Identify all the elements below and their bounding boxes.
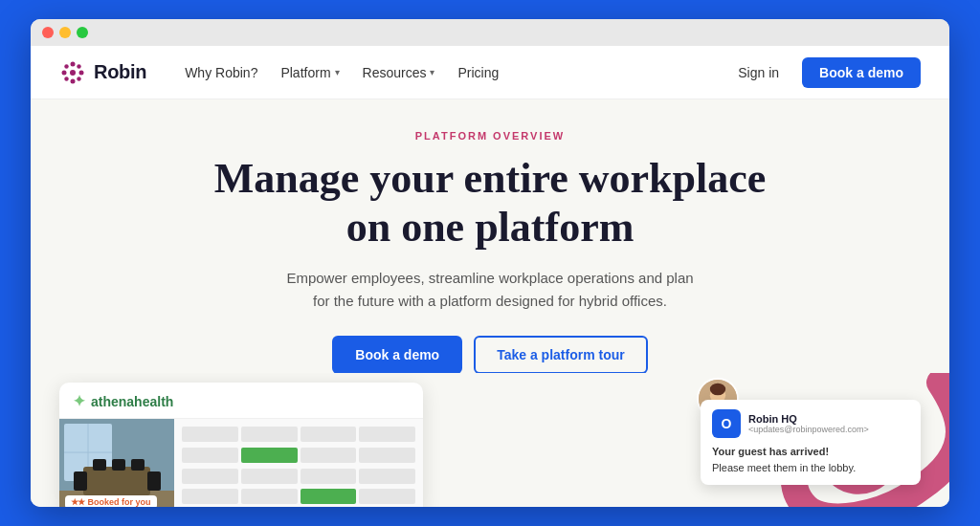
fp-cell xyxy=(241,469,298,484)
hero-buttons: Book a demo Take a platform tour xyxy=(332,336,647,373)
hero-subtitle: Empower employees, streamline workplace … xyxy=(279,267,701,313)
logo-text: Robin xyxy=(94,61,146,83)
robin-logo-icon xyxy=(59,59,86,86)
hero-title: Manage your entire workplace on one plat… xyxy=(212,155,768,252)
close-dot[interactable] xyxy=(42,27,54,38)
athena-logo-text: athenahealth xyxy=(91,394,173,409)
svg-rect-18 xyxy=(112,459,125,471)
svg-point-3 xyxy=(62,70,67,75)
athena-card: ✦ athenahealth xyxy=(59,383,423,507)
office-photo: ★ ★ Booked for you xyxy=(59,419,174,507)
notification-body: Your guest has arrived! Please meet them… xyxy=(712,444,909,475)
svg-point-0 xyxy=(70,70,76,76)
notif-sender-name: Robin HQ xyxy=(748,413,869,425)
chevron-down-icon: ▾ xyxy=(430,67,434,77)
notif-title: Your guest has arrived! xyxy=(712,444,909,460)
athena-logo: ✦ athenahealth xyxy=(73,392,410,410)
athena-body: ★ ★ Booked for you xyxy=(59,419,423,507)
fp-cell xyxy=(301,469,357,484)
fp-cell xyxy=(182,489,238,504)
office-illustration xyxy=(59,419,174,507)
chevron-down-icon: ▾ xyxy=(335,67,340,77)
fp-cell xyxy=(301,448,357,463)
svg-point-24 xyxy=(710,384,725,396)
navbar: Robin Why Robin? Platform ▾ Resources ▾ … xyxy=(31,46,949,99)
svg-rect-14 xyxy=(83,467,150,495)
nav-links: Why Robin? Platform ▾ Resources ▾ Pricin… xyxy=(175,59,726,86)
book-demo-hero-button[interactable]: Book a demo xyxy=(332,336,462,373)
fp-cell xyxy=(301,427,357,442)
svg-rect-15 xyxy=(74,471,87,491)
fp-cell xyxy=(241,427,298,442)
book-demo-nav-button[interactable]: Book a demo xyxy=(802,57,921,88)
svg-point-8 xyxy=(64,77,68,80)
floorplan xyxy=(174,419,423,507)
signin-button[interactable]: Sign in xyxy=(726,59,791,86)
bottom-section: ✦ athenahealth xyxy=(31,373,949,507)
nav-resources[interactable]: Resources ▾ xyxy=(353,59,445,86)
outlook-icon: O xyxy=(712,409,741,438)
minimize-dot[interactable] xyxy=(59,27,71,38)
fp-cell xyxy=(359,469,415,484)
notif-sender-email: <updates@robinpowered.com> xyxy=(748,425,869,434)
athena-logo-icon: ✦ xyxy=(73,392,85,410)
fp-cell-active xyxy=(241,448,298,463)
fp-cell xyxy=(359,448,415,463)
svg-point-6 xyxy=(77,77,80,80)
nav-actions: Sign in Book a demo xyxy=(726,57,921,88)
fp-cell xyxy=(241,489,298,504)
nav-platform[interactable]: Platform ▾ xyxy=(271,59,348,86)
platform-tour-button[interactable]: Take a platform tour xyxy=(474,336,648,373)
hero-section: PLATFORM OVERVIEW Manage your entire wor… xyxy=(31,99,949,373)
page-content: Robin Why Robin? Platform ▾ Resources ▾ … xyxy=(31,46,949,507)
notif-message: Please meet them in the lobby. xyxy=(712,462,856,473)
svg-point-4 xyxy=(79,70,84,75)
nav-pricing[interactable]: Pricing xyxy=(448,59,508,86)
maximize-dot[interactable] xyxy=(77,27,88,38)
svg-point-5 xyxy=(64,64,68,68)
svg-rect-19 xyxy=(131,459,145,471)
svg-point-1 xyxy=(71,61,76,66)
fp-cell xyxy=(182,448,238,463)
svg-rect-17 xyxy=(93,459,106,471)
fp-cell-active xyxy=(301,489,357,504)
fp-cell xyxy=(182,469,238,484)
browser-window: Robin Why Robin? Platform ▾ Resources ▾ … xyxy=(31,19,949,507)
svg-rect-16 xyxy=(147,471,161,491)
fp-cell xyxy=(359,489,415,504)
svg-point-2 xyxy=(71,78,76,83)
booked-tag: ★ ★ Booked for you xyxy=(65,495,157,507)
overline-text: PLATFORM OVERVIEW xyxy=(415,130,565,142)
athena-header: ✦ athenahealth xyxy=(59,383,423,419)
nav-why-robin[interactable]: Why Robin? xyxy=(175,59,267,86)
notif-sender-info: Robin HQ <updates@robinpowered.com> xyxy=(748,413,869,434)
floorplan-grid xyxy=(182,427,415,507)
logo[interactable]: Robin xyxy=(59,59,146,86)
notification-header: O Robin HQ <updates@robinpowered.com> xyxy=(712,409,909,438)
fp-cell xyxy=(359,427,415,442)
browser-chrome xyxy=(31,19,949,46)
svg-point-7 xyxy=(77,64,80,68)
fp-cell xyxy=(182,427,238,442)
notification-card: O Robin HQ <updates@robinpowered.com> Yo… xyxy=(701,400,921,485)
